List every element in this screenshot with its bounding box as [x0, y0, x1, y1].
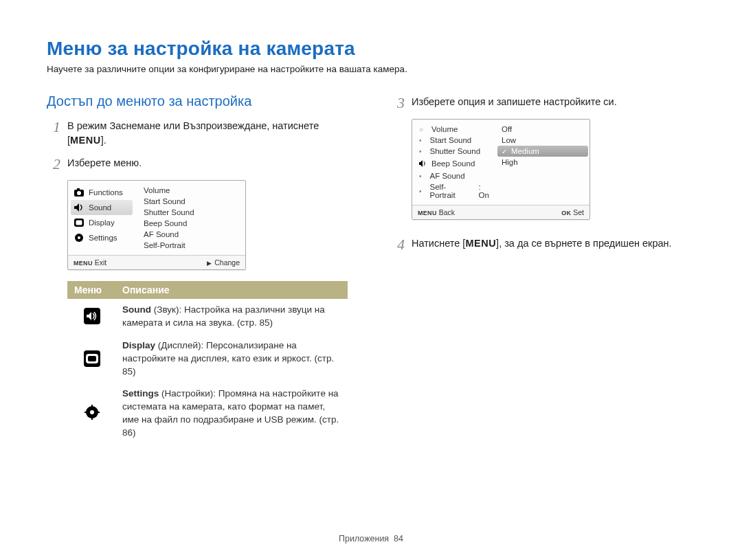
submenu-list: Volume Start Sound Shutter Sound Beep So… — [135, 181, 245, 255]
menu-item-functions: Functions — [68, 185, 135, 200]
step-number-1: 1 — [47, 119, 60, 148]
option-af-sound: AF Sound — [414, 170, 492, 181]
svg-rect-1 — [77, 188, 80, 190]
screen1-footer-left: MENU Exit — [74, 258, 106, 267]
step-number-3: 3 — [391, 95, 405, 111]
gear-icon — [74, 232, 85, 243]
page-footer: Приложения 84 — [0, 534, 742, 544]
step-3-text: Изберете опция и запишете настройките си… — [412, 95, 617, 111]
step-number-2: 2 — [47, 156, 60, 172]
display-icon — [74, 217, 85, 228]
table-row: Sound (Звук): Настройка на различни звуц… — [67, 299, 348, 335]
sound-icon — [84, 308, 100, 324]
display-icon — [84, 350, 100, 367]
svg-rect-14 — [91, 417, 93, 420]
camera-screen-1: Functions Sound Display Settings — [67, 180, 246, 270]
option-volume: Volume — [414, 124, 492, 135]
svg-point-12 — [90, 410, 94, 414]
svg-point-2 — [77, 191, 81, 195]
table-head-desc: Описание — [115, 281, 348, 299]
option-start-sound: Start Sound — [414, 135, 492, 146]
menu-button-label: MENU — [70, 135, 101, 146]
step-number-4: 4 — [391, 236, 405, 252]
camera-icon — [74, 187, 85, 198]
table-cell-desc: Sound (Звук): Настройка на различни звуц… — [115, 299, 348, 335]
page-title: Меню за настройка на камерата — [47, 38, 699, 60]
step-2-text: Изберете меню. — [67, 156, 142, 172]
screen2-footer-right: OK Set — [561, 208, 584, 216]
menu-button-label: MENU — [465, 238, 496, 249]
option-self-portrait: Self-Portrait: On — [414, 181, 492, 201]
section-subtitle: Достъп до менюто за настройка — [47, 93, 355, 109]
table-head-menu: Меню — [67, 281, 115, 299]
option-beep-sound: Beep Sound — [414, 157, 492, 170]
svg-rect-13 — [91, 405, 93, 407]
table-cell-desc: Settings (Настройки): Промяна на настрой… — [115, 383, 348, 445]
sound-icon — [74, 202, 85, 213]
menu-item-settings: Settings — [68, 230, 135, 245]
step-4-text: Натиснете [MENU], за да се върнете в пре… — [412, 236, 672, 252]
screen2-footer-left: MENU Back — [418, 208, 455, 216]
menu-item-sound-selected: Sound — [71, 200, 133, 215]
menu-item-display: Display — [68, 215, 135, 230]
step-1-text: В режим Заснемане или Възпроизвеждане, н… — [67, 119, 355, 148]
svg-marker-17 — [419, 160, 423, 167]
screen1-footer-right: Change — [207, 258, 240, 267]
camera-screen-2: Volume Start Sound Shutter Sound Beep So… — [412, 119, 590, 220]
svg-marker-3 — [74, 203, 79, 212]
settings-icon — [84, 404, 100, 421]
value-high: High — [497, 157, 588, 168]
value-medium-selected: Medium — [497, 146, 588, 157]
table-row: Display (Дисплей): Персонализиране на на… — [67, 335, 348, 383]
svg-rect-15 — [85, 412, 87, 413]
value-low: Low — [497, 135, 588, 146]
svg-marker-8 — [87, 312, 91, 320]
svg-rect-5 — [76, 221, 82, 225]
table-row: Settings (Настройки): Промяна на настрой… — [67, 383, 348, 445]
value-off: Off — [497, 124, 588, 135]
sound-icon — [419, 158, 427, 169]
svg-rect-10 — [88, 356, 96, 361]
table-cell-desc: Display (Дисплей): Персонализиране на на… — [115, 335, 348, 383]
menu-description-table: Меню Описание Sound (Звук): Настройка на… — [67, 281, 348, 445]
option-shutter-sound: Shutter Sound — [414, 146, 492, 157]
svg-point-7 — [78, 236, 80, 239]
svg-rect-16 — [97, 412, 100, 413]
intro-text: Научете за различните опции за конфигури… — [47, 64, 699, 74]
